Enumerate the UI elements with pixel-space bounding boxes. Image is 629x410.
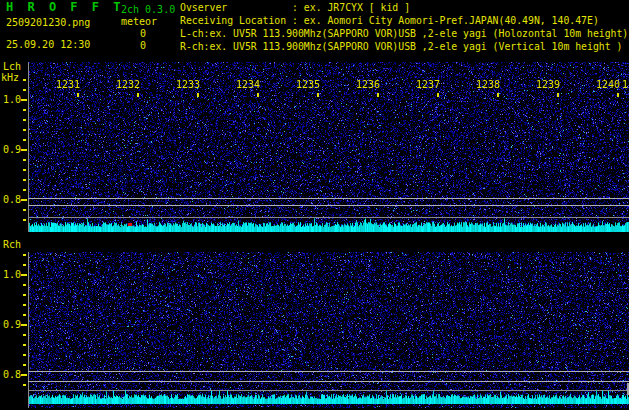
time-label: 1240 <box>596 80 620 90</box>
freq-minor-tick <box>23 109 26 111</box>
freq-label: 0.8 <box>3 195 21 205</box>
meteor-count-rch: 0 <box>130 40 146 51</box>
time-label: 1237 <box>416 80 440 90</box>
time-tick <box>317 93 319 97</box>
freq-minor-tick <box>23 209 26 211</box>
time-label: 1236 <box>356 80 380 90</box>
freq-label: 0.9 <box>3 145 21 155</box>
freq-minor-tick <box>23 219 26 221</box>
time-tick <box>617 93 619 97</box>
datetime-label: 25.09.20 12:30 <box>6 39 90 50</box>
khz-unit-label: kHz <box>1 72 19 83</box>
time-tick <box>437 93 439 97</box>
freq-minor-tick <box>23 139 26 141</box>
lch-panel-label: Lch <box>3 61 21 72</box>
freq-minor-tick <box>23 264 26 266</box>
time-label-partial: 1 <box>622 80 628 90</box>
freq-minor-tick <box>23 284 26 286</box>
freq-minor-tick <box>23 159 26 161</box>
time-tick <box>377 93 379 97</box>
time-tick <box>137 93 139 97</box>
freq-minor-tick <box>23 294 26 296</box>
freq-minor-tick <box>23 344 26 346</box>
rch-spectrogram <box>28 252 629 408</box>
freq-minor-tick <box>23 384 26 386</box>
receiving-location-line: Receiving Location : ex. Aomori City Aom… <box>180 14 599 27</box>
observer-line: Ovserver : ex. JR7CYX [ kid ] <box>180 1 410 14</box>
time-tick <box>497 93 499 97</box>
time-label: 1238 <box>476 80 500 90</box>
freq-minor-tick <box>23 304 26 306</box>
lch-receiver-line: L-ch:ex. UV5R 113.900Mhz(SAPPORO VOR)USB… <box>180 27 628 40</box>
time-label: 1235 <box>296 80 320 90</box>
app-version: 2ch 0.3.0 <box>121 4 175 15</box>
freq-label: 1.0 <box>3 95 21 105</box>
time-label: 1231 <box>56 80 80 90</box>
freq-major-tick <box>21 374 27 376</box>
time-label: 1239 <box>536 80 560 90</box>
freq-major-tick <box>21 274 27 276</box>
time-label: 1233 <box>176 80 200 90</box>
rch-panel-label: Rch <box>3 239 21 250</box>
freq-minor-tick <box>23 254 26 256</box>
freq-minor-tick <box>23 189 26 191</box>
hrofft-window: H R O F F T 2ch 0.3.0 2509201230.png met… <box>0 0 629 410</box>
freq-label: 1.0 <box>3 270 21 280</box>
mode-label: meteor <box>121 16 157 27</box>
meteor-count-lch: 0 <box>130 28 146 39</box>
time-tick <box>257 93 259 97</box>
freq-label: 0.9 <box>3 320 21 330</box>
freq-minor-tick <box>23 89 26 91</box>
freq-minor-tick <box>23 79 26 81</box>
freq-minor-tick <box>23 179 26 181</box>
freq-minor-tick <box>23 334 26 336</box>
freq-minor-tick <box>23 354 26 356</box>
time-label: 1234 <box>236 80 260 90</box>
freq-major-tick <box>21 324 27 326</box>
freq-minor-tick <box>23 129 26 131</box>
rch-receiver-line: R-ch:ex. UV5R 113.900Mhz(SAPPORO VOR)USB… <box>180 40 622 53</box>
time-tick <box>557 93 559 97</box>
time-tick <box>197 93 199 97</box>
output-filename: 2509201230.png <box>6 17 90 28</box>
freq-minor-tick <box>23 364 26 366</box>
freq-major-tick <box>21 149 27 151</box>
freq-minor-tick <box>23 169 26 171</box>
freq-minor-tick <box>23 314 26 316</box>
freq-major-tick <box>21 99 27 101</box>
app-title: H R O F F T <box>6 2 124 13</box>
freq-minor-tick <box>23 119 26 121</box>
time-label: 1232 <box>116 80 140 90</box>
freq-label: 0.8 <box>3 370 21 380</box>
time-tick <box>77 93 79 97</box>
freq-major-tick <box>21 199 27 201</box>
